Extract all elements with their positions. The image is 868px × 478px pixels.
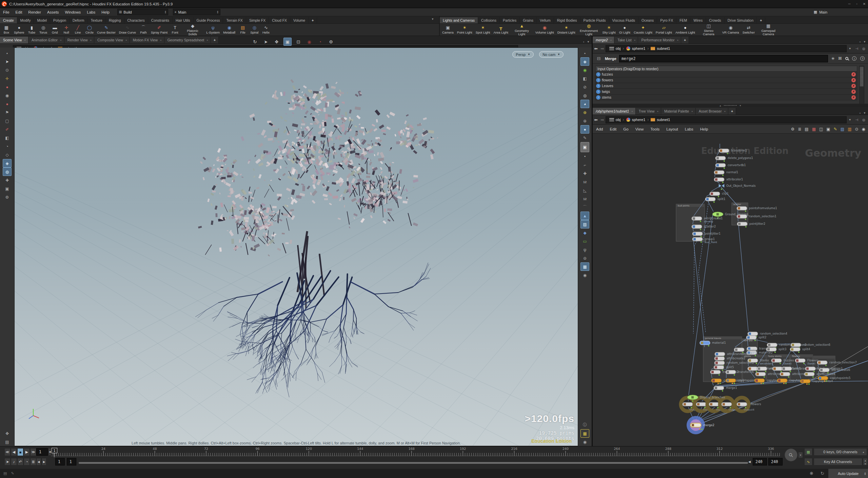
right-strip-icon-13[interactable]: ✚ xyxy=(580,169,589,178)
reorder-up-icon[interactable]: ↑ xyxy=(596,95,600,100)
shelf-tool-l-system[interactable]: ψL-System xyxy=(204,25,221,34)
shelf-tool-area-light[interactable]: ┳Area Light xyxy=(492,25,510,34)
right-strip-icon-3[interactable]: ⊘ xyxy=(580,83,589,91)
breadcrumb[interactable]: obj›sphere1›subnet1 xyxy=(606,45,847,52)
left-strip-icon-11[interactable]: ◇ xyxy=(3,151,12,159)
follow-target-icon[interactable]: ◎ xyxy=(862,118,865,122)
shelf-tool-curve-bezier[interactable]: ✎Curve Bezier xyxy=(95,25,117,34)
shelf-tool-platonic-solids[interactable]: ◆Platonic Solids xyxy=(181,24,204,36)
right-strip-bottom-icon-1[interactable]: ▦ xyxy=(580,429,589,438)
pane-maximize-icon[interactable]: ▪ xyxy=(860,112,861,115)
message-log-icon[interactable]: ▤ xyxy=(3,471,7,476)
reorder-up-icon[interactable]: ↑ xyxy=(596,84,600,88)
shelf-tool-font[interactable]: TFont xyxy=(169,25,181,34)
shelf-tab-particles[interactable]: Particles xyxy=(500,17,520,23)
viewport-canvas[interactable]: Persp▼ No cam▼ Education Edition >120.0f… xyxy=(14,47,578,446)
shelf-tab-rigging[interactable]: Rigging xyxy=(106,17,124,23)
breadcrumb-item-obj[interactable]: obj xyxy=(607,46,623,51)
shelf-tool-helix[interactable]: ∿Helix xyxy=(260,25,272,34)
shelf-tool-camera[interactable]: ▣Camera xyxy=(440,25,455,34)
network-menu-tools[interactable]: Tools xyxy=(647,127,663,131)
left-strip-bottom-icon-1[interactable]: ▤ xyxy=(3,438,12,446)
input-operator-row[interactable]: ↑Leaves✗ xyxy=(595,83,857,89)
animation-editor-icon[interactable]: ∿ xyxy=(804,458,812,465)
viewport-tool-icon-1[interactable]: ➤ xyxy=(262,38,270,46)
desktop-build-selector[interactable]: ⊞ Build ▲▼ xyxy=(117,9,168,15)
current-frame-field[interactable]: 1 xyxy=(36,448,48,456)
reorder-up-icon[interactable]: ↑ xyxy=(596,72,600,77)
tab-motion-fx-view[interactable]: Motion FX View× xyxy=(130,37,164,43)
back-arrow-icon[interactable]: ⬅ xyxy=(594,117,598,122)
recook-icon[interactable]: ↻ xyxy=(821,471,824,476)
tab-add[interactable]: + xyxy=(211,37,219,43)
network-menu-labs[interactable]: Labs xyxy=(682,127,697,131)
shelf-tab-polygon[interactable]: Polygon xyxy=(50,17,70,23)
right-strip-icon-11[interactable]: • xyxy=(580,152,589,161)
network-menu-view[interactable]: View xyxy=(632,127,647,131)
network-toolbar-icon-2[interactable]: ▤ xyxy=(805,127,808,132)
shelf-tab-viscous-fluids[interactable]: Viscous Fluids xyxy=(609,17,639,23)
frame-ruler[interactable]: 24487296120144168192216240264288312336 xyxy=(51,446,783,457)
close-icon[interactable]: × xyxy=(677,39,678,42)
breadcrumb-item-sphere1[interactable]: sphere1 xyxy=(624,118,648,122)
shelf-tool-point-light[interactable]: ✶Point Light xyxy=(455,25,474,34)
shelf-tool-vr-camera[interactable]: ◉VR Camera xyxy=(721,25,741,34)
shelf-tool-volume-light[interactable]: ◉Volume Light xyxy=(534,25,556,34)
shelf-tab-constraints[interactable]: Constraints xyxy=(148,17,173,23)
shelf-tab-modify[interactable]: Modify xyxy=(17,17,34,23)
close-icon[interactable]: × xyxy=(610,39,612,42)
shelf-tool-switcher[interactable]: ⇄Switcher xyxy=(741,25,756,34)
input-operator-row[interactable]: ↑fuzzies✗ xyxy=(595,72,857,77)
shelf-tool-ambient-light[interactable]: ●Ambient Light xyxy=(674,25,697,34)
shelf-tool-geometry-light[interactable]: ▲Geometry Light xyxy=(510,24,534,36)
right-strip-icon-9[interactable]: ✎ xyxy=(580,134,589,142)
shelf-tab-volume[interactable]: Volume xyxy=(290,17,309,23)
key-all-spinner[interactable]: ▲▼ xyxy=(863,458,868,465)
left-strip-icon-12[interactable]: ◈ xyxy=(3,159,12,167)
shelf-tool-sphere[interactable]: ●Sphere xyxy=(12,25,26,34)
shelf-tab-pyro-fx[interactable]: Pyro FX xyxy=(657,17,676,23)
left-strip-icon-3[interactable]: ● xyxy=(3,83,12,91)
viewport-tool-icon-2[interactable]: ✥ xyxy=(273,38,281,46)
next-key-button[interactable]: ▶ xyxy=(42,458,46,465)
select-keys-icon[interactable]: ➤ xyxy=(4,458,11,465)
global-end-field[interactable]: 240 xyxy=(768,458,783,465)
shelf-tab-add[interactable]: + xyxy=(757,17,765,23)
shelf-tool-stereo-camera[interactable]: ◫Stereo Camera xyxy=(697,24,721,36)
right-strip-bottom-icon-2[interactable]: ◉ xyxy=(580,438,589,446)
tab-material-palette[interactable]: Material Palette× xyxy=(661,108,696,115)
pane-maximize-icon[interactable]: ▪ xyxy=(860,40,861,43)
shelf-tab-cloud-fx[interactable]: Cloud FX xyxy=(269,17,290,23)
pane-menu-icon[interactable]: ▼ xyxy=(863,40,866,43)
shelf-tool-portal-light[interactable]: ▱Portal Light xyxy=(654,25,674,34)
breadcrumb-item-subnet1[interactable]: subnet1 xyxy=(649,46,672,51)
go-end-button[interactable]: ≫ xyxy=(30,448,36,456)
shelf-tab-model[interactable]: Model xyxy=(34,17,50,23)
shelf-tool-spiral[interactable]: ◎Spiral xyxy=(249,25,260,34)
close-icon[interactable]: × xyxy=(60,39,62,42)
left-strip-icon-16[interactable]: ⚙ xyxy=(3,193,12,201)
left-strip-icon-1[interactable]: ⊙ xyxy=(3,66,12,74)
right-strip-icon-14[interactable]: 12 xyxy=(580,178,589,186)
close-icon[interactable]: × xyxy=(24,39,26,42)
brain-cook-icon[interactable]: ❋ xyxy=(810,471,813,476)
shelf-tool-circle[interactable]: ◯Circle xyxy=(84,25,95,34)
input-operator-row[interactable]: ↑stems✗ xyxy=(595,95,857,100)
shelf-tool-distant-light[interactable]: ✶Distant Light xyxy=(556,25,577,34)
set-key-button[interactable]: ⚲ xyxy=(785,449,797,461)
tab-geometry-spreadsheet[interactable]: Geometry Spreadsheet× xyxy=(164,37,211,43)
shelf-overflow-icon[interactable]: ▼ xyxy=(431,18,434,21)
shelf-tool-draw-curve[interactable]: ∿Draw Curve xyxy=(117,25,138,34)
shelf-tab-particle-fluids[interactable]: Particle Fluids xyxy=(580,17,609,23)
right-strip-icon-6[interactable]: ⊕ xyxy=(580,108,589,117)
shelf-tab-grains[interactable]: Grains xyxy=(520,17,537,23)
remove-input-icon[interactable]: ✗ xyxy=(851,95,856,100)
no-cam-button[interactable]: No cam▼ xyxy=(539,51,564,58)
shelf-tab-collisions[interactable]: Collisions xyxy=(478,17,500,23)
tab-obj-sphere1-subnet1[interactable]: /obj/sphere1/subnet1× xyxy=(593,108,636,115)
tab-take-list[interactable]: Take List× xyxy=(614,37,638,43)
shelf-tab-characters[interactable]: Characters xyxy=(124,17,148,23)
tab-merge2[interactable]: merge2× xyxy=(593,37,614,43)
close-icon[interactable]: × xyxy=(160,39,162,42)
global-start-field[interactable]: 1 xyxy=(55,458,65,465)
